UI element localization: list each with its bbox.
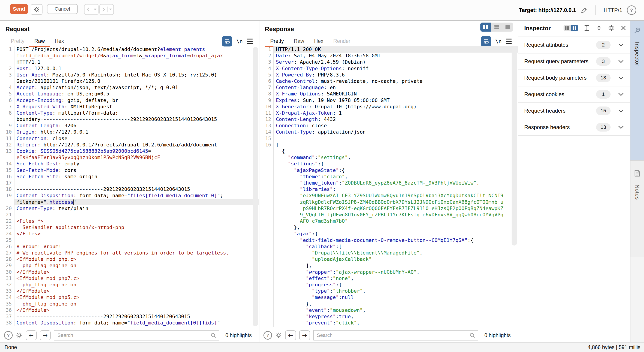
code-line[interactable]: 15Sec-Fetch-Mode: cors (0, 167, 259, 174)
code-line[interactable]: "event":"mousedown", (260, 307, 518, 313)
send-settings-button[interactable] (31, 4, 42, 15)
chevron-down-icon[interactable] (618, 126, 624, 129)
chevron-down-icon[interactable] (618, 60, 624, 63)
code-line[interactable]: 1HTTP/1.1 200 OK (260, 46, 518, 53)
code-line[interactable]: 10X-Generator: Drupal 10 (https://www.dr… (260, 104, 518, 110)
dock-left-button[interactable] (564, 25, 571, 31)
code-line[interactable]: 38Content-Disposition: form-data; name="… (0, 320, 259, 326)
code-line[interactable]: 7X-Requested-With: XMLHttpRequest (0, 104, 259, 110)
code-line[interactable]: 12Content-Length: 4432 (260, 116, 518, 123)
code-line[interactable]: 2Host: 127.0.0.1 (0, 65, 259, 72)
code-line[interactable]: 14Content-Type: application/json (260, 129, 518, 135)
code-line[interactable]: "ajax":{ (260, 231, 518, 237)
inspector-section-request-query-parameters[interactable]: Request query parameters3 (518, 53, 630, 70)
code-line[interactable]: 30</IfModule> (0, 269, 259, 275)
inspector-section-request-body-parameters[interactable]: Request body parameters18 (518, 69, 630, 86)
code-line[interactable]: "settings":{ (260, 161, 518, 167)
code-line[interactable]: 27# We reactivate PHP engines for all ve… (0, 250, 259, 256)
code-line[interactable]: "theme":"claro", (260, 174, 518, 180)
editor-menu-icon[interactable] (247, 39, 253, 44)
chevron-down-icon[interactable] (618, 109, 624, 112)
chevron-down-icon[interactable] (618, 43, 624, 46)
request-search-input[interactable] (54, 330, 219, 341)
code-line[interactable]: "keypress":true, (260, 313, 518, 320)
code-line[interactable]: "ajaxPageState":{ (260, 167, 518, 174)
code-line[interactable]: _pS9HLbR7ROcrPX4f-eqKGrOQ00FAFYFsR7IFZL9… (260, 205, 518, 212)
inspector-section-request-attributes[interactable]: Request attributes2 (518, 36, 630, 53)
code-line[interactable]: }, (260, 301, 518, 307)
code-line[interactable]: "theme_token":"ZQDBULqR8_eypZ8eA78_8azcT… (260, 180, 518, 186)
code-line[interactable]: HTTP/1.1 (0, 59, 259, 65)
search-prev-button[interactable]: ← (285, 330, 296, 340)
tab-pretty[interactable]: Pretty (6, 35, 30, 47)
chevron-down-icon[interactable] (618, 76, 624, 79)
code-line[interactable]: "edit-field-media-document-0-remove-butt… (260, 237, 518, 243)
request-scrollbar[interactable] (253, 47, 258, 326)
show-newlines-toggle[interactable]: \n (236, 38, 243, 44)
tab-hex[interactable]: Hex (309, 35, 328, 47)
code-line[interactable]: 31<IfModule mod_php7.c> (0, 275, 259, 282)
code-line[interactable]: 3User-Agent: Mozilla/5.0 (Macintosh; Int… (0, 72, 259, 78)
dock-right-button[interactable] (571, 25, 578, 31)
http-version-selector[interactable]: HTTP/1 (604, 7, 622, 13)
code-line[interactable]: "command":"settings", (260, 154, 518, 161)
code-line[interactable]: 9Content-Length: 3206 (0, 123, 259, 129)
code-line[interactable]: 4X-Content-Type-Options: nosniff (260, 65, 518, 72)
search-next-button[interactable]: → (40, 330, 50, 340)
expand-all-icon[interactable] (584, 25, 590, 31)
code-line[interactable]: 22<Files *> (0, 218, 259, 224)
code-line[interactable]: 8Content-Type: multipart/form-data; (0, 110, 259, 116)
layout-columns-button[interactable] (480, 22, 491, 32)
code-line[interactable]: 9Expires: Sun, 19 Nov 1978 05:00:00 GMT (260, 97, 518, 104)
code-line[interactable]: 13Connection: close (260, 123, 518, 129)
code-line[interactable]: 10Origin: http://127.0.0.1 (0, 129, 259, 135)
code-line[interactable]: 3Server: Apache/2.4.59 (Debian) (260, 59, 518, 65)
code-line[interactable]: 32 php_flag engine on (0, 282, 259, 288)
code-line[interactable]: 28<IfModule mod_php.c> (0, 256, 259, 262)
code-line[interactable]: "eJx9UNFuwzAI_CE3-YZ9SUUIWdmw8Qyu1n19nSp… (260, 192, 518, 199)
code-line[interactable]: "uploadAjaxCallback" (260, 256, 518, 262)
search-settings-icon[interactable] (16, 332, 22, 339)
inspector-settings-icon[interactable] (608, 24, 615, 32)
code-line[interactable]: "type":"throbber", (260, 288, 518, 294)
code-line[interactable]: { (260, 148, 518, 154)
code-line[interactable]: 6Cache-Control: must-revalidate, no-cach… (260, 78, 518, 84)
code-line[interactable]: "callback":[ (260, 243, 518, 250)
help-icon[interactable]: ? (627, 5, 636, 15)
inspector-section-response-headers[interactable]: Response headers13 (518, 119, 630, 136)
editor-menu-icon[interactable] (506, 39, 512, 44)
rail-tab-inspector[interactable]: Inspector (630, 21, 644, 160)
code-line[interactable]: 5Accept-Language: en-US,en;q=0.5 (0, 91, 259, 97)
response-search-input[interactable] (313, 330, 478, 341)
code-line[interactable]: 17 (0, 180, 259, 186)
code-line[interactable]: 7Content-language: en (260, 84, 518, 91)
code-line[interactable]: 2Date: Sat, 04 May 2024 18:36:58 GMT (260, 53, 518, 59)
tab-raw[interactable]: Raw (30, 35, 50, 47)
code-line[interactable]: 16[ (260, 142, 518, 148)
code-line[interactable]: "prevent":"click", (260, 320, 518, 326)
tab-pretty[interactable]: Pretty (265, 35, 289, 47)
code-line[interactable]: 36</IfModule> (0, 307, 259, 313)
search-prev-button[interactable]: ← (26, 330, 36, 340)
code-line[interactable]: 26# Vroum! Vroum! (0, 243, 259, 250)
code-line[interactable]: "url": (260, 326, 518, 327)
cancel-button[interactable]: Cancel (47, 4, 78, 14)
code-line[interactable]: "libraries": (260, 186, 518, 192)
code-line[interactable]: 35 php_flag engine on (0, 301, 259, 307)
code-line[interactable]: eIsHfaaETVr3av95yvbqQhzn0kom1P5wPcNSqB2V… (0, 154, 259, 161)
chevron-down-icon[interactable] (618, 93, 624, 96)
code-line[interactable]: filename=".htaccess" (0, 199, 259, 205)
inspector-section-request-headers[interactable]: Request headers15 (518, 102, 630, 119)
code-line[interactable]: Gecko/20100101 Firefox/125.0 (0, 78, 259, 84)
close-icon[interactable] (620, 25, 626, 31)
code-line[interactable]: 37-----------------------------292129206… (0, 313, 259, 320)
search-settings-icon[interactable] (275, 332, 282, 339)
code-line[interactable]: 19Content-Disposition: form-data; name="… (0, 192, 259, 199)
soft-wrap-toggle[interactable] (481, 36, 491, 46)
search-help-icon[interactable]: ? (264, 331, 272, 340)
code-line[interactable]: 13Cookie: SESS05d4275ca1538832b5ab92000b… (0, 148, 259, 154)
collapse-all-icon[interactable] (596, 25, 602, 31)
response-editor[interactable]: 1HTTP/1.1 200 OK2Date: Sat, 04 May 2024 … (260, 46, 518, 327)
code-line[interactable]: 15 (260, 135, 518, 142)
edit-target-icon[interactable] (580, 6, 588, 14)
